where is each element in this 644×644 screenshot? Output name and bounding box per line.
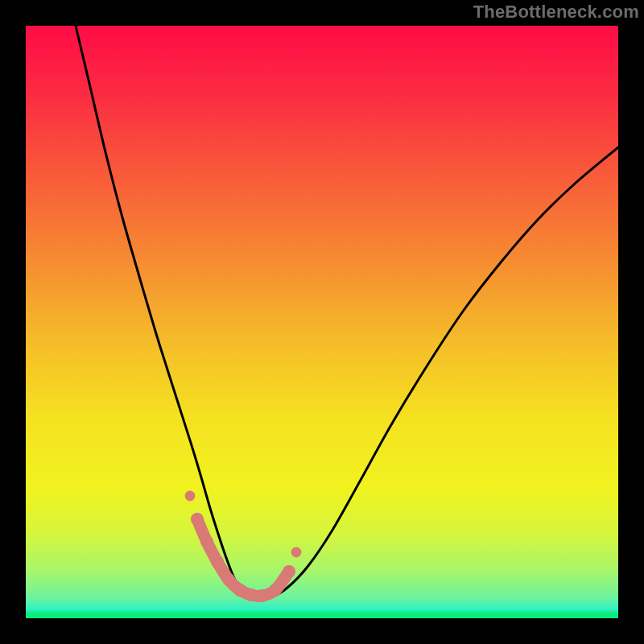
chart-stage: TheBottleneck.com xyxy=(0,0,644,644)
svg-point-11 xyxy=(291,547,302,558)
svg-point-9 xyxy=(283,565,295,578)
optimal-highlight xyxy=(26,26,618,618)
svg-point-1 xyxy=(191,513,204,526)
plot-area xyxy=(26,26,618,618)
svg-point-10 xyxy=(185,491,196,502)
svg-point-5 xyxy=(233,584,246,597)
svg-point-8 xyxy=(269,584,282,597)
svg-point-4 xyxy=(222,573,235,586)
svg-point-7 xyxy=(256,589,269,602)
svg-point-3 xyxy=(211,555,224,568)
watermark-text: TheBottleneck.com xyxy=(473,2,639,23)
svg-point-6 xyxy=(245,588,258,601)
svg-point-2 xyxy=(200,535,213,548)
